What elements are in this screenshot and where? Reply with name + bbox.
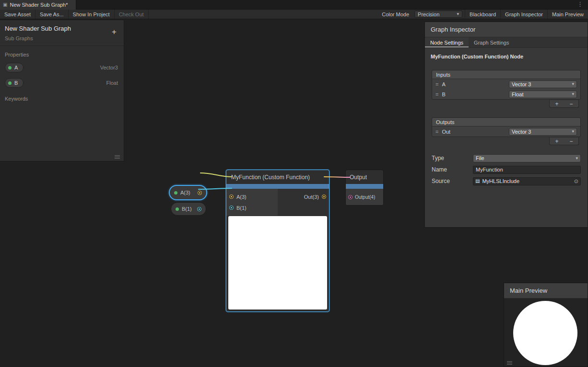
property-type: Vector3	[100, 65, 118, 70]
chevron-down-icon: ▾	[576, 156, 578, 161]
input-port-row: A(3)	[226, 191, 278, 202]
input-port-a[interactable]	[229, 195, 234, 199]
dropdown-value: File	[476, 155, 484, 161]
blackboard-resize-grip[interactable]	[115, 155, 120, 159]
input-name: A	[442, 81, 445, 87]
graph-inspector-panel: Graph Inspector Node Settings Graph Sett…	[424, 22, 588, 228]
remove-input-button[interactable]: −	[566, 101, 576, 107]
add-property-button[interactable]: +	[109, 27, 119, 37]
chevron-down-icon: ▾	[572, 129, 574, 134]
inspector-tabs: Node Settings Graph Settings	[425, 37, 588, 48]
input-row: = B Float ▾	[432, 89, 580, 99]
asset-tab[interactable]: ▣ New Shader Sub Graph*	[0, 0, 76, 10]
blackboard-header: New Shader Sub Graph Sub Graphs +	[0, 20, 124, 46]
node-inputs-column: A(3) B(1)	[226, 189, 278, 216]
blackboard-panel: New Shader Sub Graph Sub Graphs + Proper…	[0, 20, 124, 161]
node-title: Output	[346, 170, 383, 184]
outputs-section-title: Outputs	[432, 118, 580, 126]
add-output-button[interactable]: +	[552, 138, 561, 144]
function-name-input[interactable]	[473, 166, 581, 174]
myfunction-node[interactable]: MyFunction (Custom Function) A(3) B(1) O…	[226, 170, 329, 312]
preview-canvas[interactable]	[504, 298, 588, 367]
name-label: Name	[432, 166, 473, 173]
input-name: B	[442, 92, 445, 97]
type-label: Type	[432, 155, 473, 161]
type-dropdown[interactable]: File ▾	[473, 154, 581, 162]
input-port-b[interactable]	[229, 206, 234, 210]
blackboard-property-a[interactable]: A	[5, 63, 24, 72]
object-picker-icon[interactable]: ⊙	[574, 179, 578, 184]
graph-toolbar: Save Asset Save As... Show In Project Ch…	[0, 10, 588, 19]
unity-asset-icon: ▣	[3, 2, 7, 7]
preview-resize-grip[interactable]	[507, 361, 512, 365]
save-as-button[interactable]: Save As...	[35, 10, 69, 19]
property-row: B Float	[5, 78, 119, 88]
show-in-project-button[interactable]: Show In Project	[69, 10, 115, 19]
name-field-row: Name	[432, 165, 581, 174]
dropdown-value: Vector 3	[512, 81, 531, 87]
input-port-label: A(3)	[236, 194, 247, 200]
inputs-list-controls: + −	[549, 100, 579, 108]
drag-handle-icon[interactable]: =	[435, 92, 438, 97]
property-node-b[interactable]: B(1)	[171, 202, 206, 216]
node-port-area: A(3) B(1) Out(3)	[226, 189, 329, 216]
outputs-list-controls: + −	[549, 137, 579, 145]
keywords-section-label: Keywords	[5, 96, 119, 102]
output-type-dropdown[interactable]: Vector 3 ▾	[509, 128, 577, 136]
save-asset-button[interactable]: Save Asset	[0, 10, 35, 19]
output-port-row: Out(3)	[278, 191, 329, 202]
exposed-dot-icon	[8, 66, 12, 69]
chevron-down-icon: ▾	[572, 92, 574, 96]
drag-handle-icon[interactable]: =	[435, 81, 438, 87]
main-preview-panel: Main Preview	[504, 283, 588, 367]
color-mode-dropdown[interactable]: Precision ▾	[414, 11, 462, 18]
input-port-label: Output(4)	[355, 195, 375, 200]
blackboard-property-b[interactable]: B	[5, 78, 24, 88]
blackboard-toggle-button[interactable]: Blackboard	[465, 10, 500, 19]
check-out-button[interactable]: Check Out	[115, 10, 149, 19]
input-type-dropdown[interactable]: Float ▾	[509, 91, 577, 98]
selected-node-heading: MyFunction (Custom Function) Node	[431, 54, 582, 59]
main-preview-title: Main Preview	[504, 283, 588, 298]
node-port-area: Output(4)	[346, 189, 383, 205]
inputs-section-title: Inputs	[432, 70, 580, 79]
node-accent-bar	[346, 184, 383, 189]
color-mode-value: Precision	[418, 11, 439, 17]
main-preview-toggle-button[interactable]: Main Preview	[547, 10, 588, 19]
chevron-down-icon: ▾	[572, 82, 574, 86]
add-input-button[interactable]: +	[552, 101, 561, 107]
input-port-output[interactable]	[348, 195, 353, 199]
output-port-vector3[interactable]	[198, 191, 202, 195]
output-port-out[interactable]	[322, 195, 326, 199]
chevron-down-icon: ▾	[457, 12, 459, 16]
property-name: B	[14, 80, 18, 86]
dropdown-value: Vector 3	[512, 129, 531, 135]
property-node-label: A(3)	[180, 190, 190, 195]
output-node[interactable]: Output Output(4)	[345, 170, 384, 206]
tab-node-settings[interactable]: Node Settings	[425, 37, 469, 47]
output-port-float[interactable]	[197, 207, 201, 211]
window-tabbar: ▣ New Shader Sub Graph* ⋮	[0, 0, 588, 10]
window-menu-icon[interactable]: ⋮	[575, 0, 585, 8]
property-type: Float	[106, 80, 118, 86]
property-node-a[interactable]: A(3)	[169, 185, 207, 200]
drag-handle-icon[interactable]: =	[435, 129, 438, 135]
input-type-dropdown[interactable]: Vector 3 ▾	[509, 80, 577, 88]
inspector-title: Graph Inspector	[425, 22, 588, 37]
graph-inspector-toggle-button[interactable]: Graph Inspector	[500, 10, 547, 19]
toolbar-right-group: Color Mode Precision ▾ Blackboard Graph …	[379, 10, 588, 19]
source-object-field[interactable]: ▤ MyHLSLInclude ⊙	[473, 177, 581, 185]
outputs-section: Outputs = Out Vector 3 ▾	[432, 117, 581, 137]
node-title: MyFunction (Custom Function)	[226, 170, 329, 184]
tab-graph-settings[interactable]: Graph Settings	[469, 37, 514, 47]
inputs-section: Inputs = A Vector 3 ▾ = B Float ▾	[432, 70, 581, 100]
output-row: = Out Vector 3 ▾	[432, 126, 580, 137]
file-icon: ▤	[475, 179, 480, 184]
type-field-row: Type File ▾	[432, 154, 581, 162]
exposed-dot-icon	[174, 191, 177, 195]
tab-title: New Shader Sub Graph*	[10, 2, 68, 8]
remove-output-button[interactable]: −	[566, 138, 576, 144]
node-outputs-column: Out(3)	[278, 189, 329, 216]
dropdown-value: Float	[512, 92, 523, 97]
input-row: = A Vector 3 ▾	[432, 79, 580, 89]
